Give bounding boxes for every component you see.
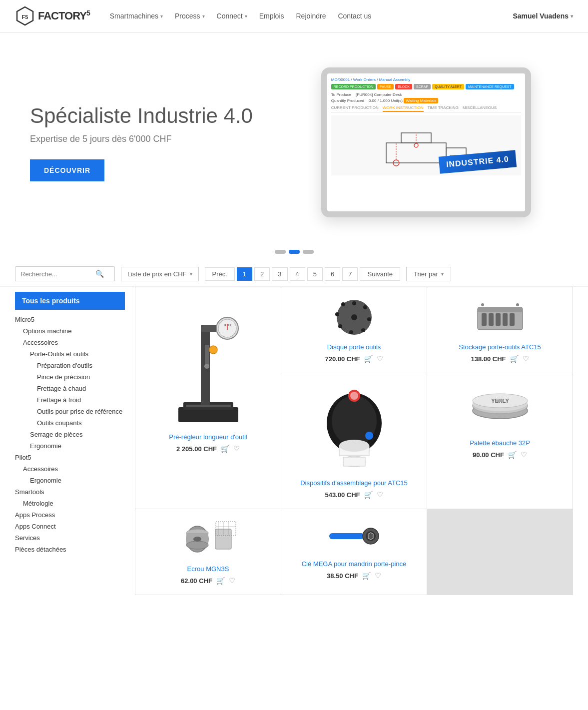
cart-icon[interactable]: 🛒 (362, 572, 371, 580)
sidebar-item-serrage[interactable]: Serrage de pièces (15, 429, 125, 440)
sidebar-item-outils-coupants[interactable]: Outils coupants (15, 417, 125, 429)
search-icon[interactable]: 🔍 (95, 270, 104, 278)
svg-rect-49 (343, 457, 365, 466)
cart-icon[interactable]: 🛒 (510, 355, 519, 363)
page-4-button[interactable]: 4 (290, 267, 305, 281)
product-name-assembly[interactable]: Dispositifs d'assemblage pour ATC15 (300, 479, 408, 487)
svg-point-61 (193, 537, 201, 542)
search-wrap[interactable]: 🔍 (15, 266, 115, 281)
page-5-button[interactable]: 5 (307, 267, 323, 281)
product-rack: Stockage porte-outils ATC15 138.00 CHF 🛒… (427, 287, 573, 373)
slider-dot-2[interactable] (303, 250, 314, 254)
sidebar-item-frettage-chaud[interactable]: Frettage à chaud (15, 383, 125, 394)
nav-process[interactable]: Process ▾ (175, 12, 205, 20)
cart-icon[interactable]: 🛒 (364, 491, 373, 499)
prev-button[interactable]: Préc. (205, 267, 235, 281)
svg-point-29 (338, 324, 342, 328)
chevron-down-icon: ▾ (190, 271, 192, 277)
sidebar-item-ergonomie-micro5[interactable]: Ergonomie (15, 440, 125, 452)
sidebar-item-services[interactable]: Services (15, 532, 125, 544)
presetter-image: 0.00 (168, 297, 248, 427)
product-price-palette: 90.00 CHF 🛒 ♡ (473, 451, 527, 459)
heart-icon[interactable]: ♡ (523, 355, 529, 363)
decouvrir-button[interactable]: DÉCOUVRIR (30, 159, 104, 181)
heart-icon[interactable]: ♡ (377, 491, 383, 499)
svg-text:F5: F5 (22, 14, 28, 20)
chevron-down-icon: ▾ (571, 13, 573, 19)
heart-icon[interactable]: ♡ (233, 445, 240, 453)
product-name-palette[interactable]: Palette ébauche 32P (470, 439, 530, 447)
product-name-rack[interactable]: Stockage porte-outils ATC15 (459, 343, 541, 351)
sidebar-all-products[interactable]: Tous les produits (15, 292, 125, 310)
sidebar-item-preparation[interactable]: Préparation d'outils (15, 360, 125, 371)
logo[interactable]: F5 FACTORY5 (15, 6, 90, 26)
product-cle: Clé MEGA pour mandrin porte-pince 38.50 … (281, 509, 427, 595)
header: F5 FACTORY5 Smartmachines ▾ Process ▾ Co… (0, 0, 588, 32)
tablet-tab-time: TIME TRACKING (428, 104, 459, 112)
cart-icon[interactable]: 🛒 (221, 445, 229, 453)
nav-smartmachines[interactable]: Smartmachines ▾ (110, 12, 163, 20)
sidebar-item-accessoires-micro5[interactable]: Accessoires (15, 337, 125, 348)
tablet-screen: MO/00001 / Work Orders / Manual Assembly… (327, 73, 525, 211)
next-button[interactable]: Suivante (360, 267, 400, 281)
nav-contact[interactable]: Contact us (338, 12, 371, 20)
chevron-down-icon: ▾ (245, 13, 247, 19)
page-2-button[interactable]: 2 (254, 267, 270, 281)
sidebar-item-apps-connect[interactable]: Apps Connect (15, 521, 125, 532)
product-grid: 0.00 Pré-régleur longueur d'outil 2 205.… (135, 287, 573, 595)
nav-connect[interactable]: Connect ▾ (217, 12, 247, 20)
svg-point-19 (204, 364, 209, 369)
sidebar-item-frettage-froid[interactable]: Frettage à froid (15, 394, 125, 406)
main-nav: Smartmachines ▾ Process ▾ Connect ▾ Empl… (110, 12, 573, 20)
slider-dot-1[interactable] (289, 250, 300, 254)
heart-icon[interactable]: ♡ (521, 451, 527, 459)
search-input[interactable] (20, 270, 95, 278)
sidebar-item-smartools[interactable]: Smartools (15, 486, 125, 498)
tablet-mockup: MO/00001 / Work Orders / Manual Assembly… (321, 67, 531, 217)
tablet-btn-record: RECORD PRODUCTION (331, 84, 376, 89)
page-3-button[interactable]: 3 (272, 267, 287, 281)
cart-icon[interactable]: 🛒 (508, 451, 517, 459)
svg-rect-38 (510, 313, 515, 326)
sidebar-item-pieces-detachees[interactable]: Pièces détachées (15, 544, 125, 555)
ecrou-image (178, 519, 238, 559)
sidebar-item-apps-process[interactable]: Apps Process (15, 509, 125, 521)
product-name-disc[interactable]: Disque porte outils (327, 343, 381, 351)
sidebar-item-ergonomie-pilot5[interactable]: Ergonomie (15, 475, 125, 486)
sidebar-item-pilot5[interactable]: Pilot5 (15, 452, 125, 463)
sidebar-item-accessoires-pilot5[interactable]: Accessoires (15, 463, 125, 475)
heart-icon[interactable]: ♡ (375, 572, 381, 580)
sidebar-item-options-machine[interactable]: Options machine (15, 325, 125, 337)
nav-user[interactable]: Samuel Vuadens ▾ (513, 12, 573, 20)
page-7-button[interactable]: 7 (342, 267, 358, 281)
cart-icon[interactable]: 🛒 (364, 355, 373, 363)
product-name-cle[interactable]: Clé MEGA pour mandrin porte-pince (302, 560, 407, 568)
svg-point-50 (365, 432, 373, 440)
nav-rejoindre[interactable]: Rejoindre (296, 12, 326, 20)
logo-icon: F5 (15, 6, 35, 26)
price-list-dropdown[interactable]: Liste de prix en CHF ▾ (121, 267, 199, 281)
page-6-button[interactable]: 6 (325, 267, 340, 281)
svg-point-30 (335, 312, 339, 316)
heart-icon[interactable]: ♡ (229, 577, 235, 585)
page-1-button[interactable]: 1 (237, 267, 252, 281)
product-img-disc (291, 297, 417, 337)
sidebar-item-metrologie[interactable]: Métrologie (15, 498, 125, 509)
svg-point-56 (496, 399, 504, 402)
product-price-cle: 38.50 CHF 🛒 ♡ (327, 572, 381, 580)
sidebar-item-porte-outils[interactable]: Porte-Outils et outils (15, 348, 125, 360)
product-name-ecrou[interactable]: Ecrou MGN3S (187, 565, 229, 573)
product-price-rack: 138.00 CHF 🛒 ♡ (471, 355, 529, 363)
heart-icon[interactable]: ♡ (377, 355, 383, 363)
svg-rect-34 (482, 313, 487, 326)
sidebar-item-micro5[interactable]: Micro5 (15, 314, 125, 325)
sort-dropdown[interactable]: Trier par ▾ (406, 267, 451, 281)
sidebar-item-outils-reference[interactable]: Outils pour prise de référence (15, 406, 125, 417)
tablet-btn-scrap: SCRAP (414, 84, 431, 89)
cart-icon[interactable]: 🛒 (216, 577, 225, 585)
sidebar-item-pince[interactable]: Pince de précision (15, 371, 125, 383)
product-name-presetter[interactable]: Pré-régleur longueur d'outil (169, 433, 247, 441)
svg-point-31 (341, 302, 345, 306)
slider-dot-0[interactable] (275, 250, 286, 254)
nav-emplois[interactable]: Emplois (259, 12, 284, 20)
